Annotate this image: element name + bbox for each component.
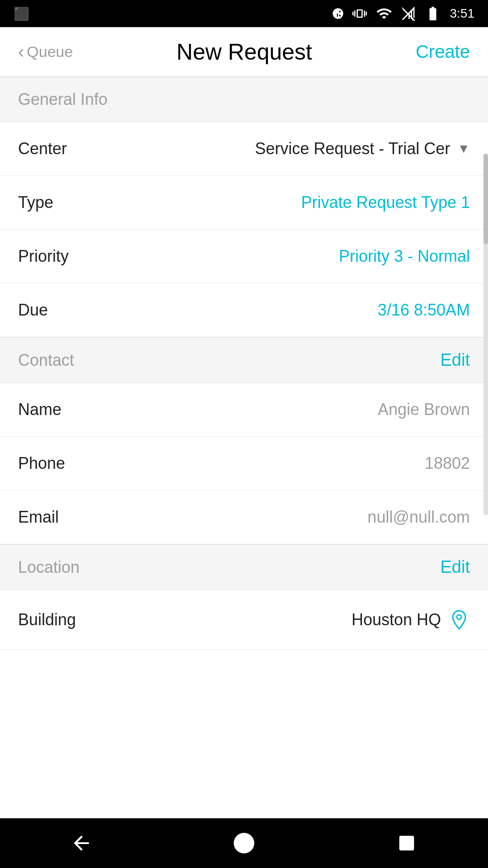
priority-label: Priority — [18, 247, 69, 266]
center-value: Service Request - Trial Cer ▼ — [255, 139, 470, 158]
android-back-button[interactable] — [63, 825, 99, 861]
location-edit-button[interactable]: Edit — [441, 557, 470, 577]
contact-label: Contact — [18, 351, 74, 370]
contact-section-header: Contact Edit — [0, 337, 488, 383]
location-pin-icon — [448, 607, 470, 632]
signal-icon — [401, 5, 416, 22]
vibrate-icon — [352, 5, 367, 22]
location-label: Location — [18, 558, 80, 577]
contact-edit-button[interactable]: Edit — [441, 350, 470, 370]
android-recent-button[interactable] — [389, 825, 425, 861]
due-value: 3/16 8:50AM — [378, 301, 470, 320]
building-value: Houston HQ — [352, 607, 470, 632]
status-bar: ⬛ 3:51 — [0, 0, 488, 27]
phone-label: Phone — [18, 454, 65, 473]
status-bar-right: 3:51 — [332, 5, 475, 22]
name-row: Name Angie Brown — [0, 383, 488, 437]
type-value: Private Request Type 1 — [301, 193, 470, 212]
location-section-header: Location Edit — [0, 544, 488, 590]
battery-icon — [424, 5, 442, 22]
content-area: General Info Center Service Request - Tr… — [0, 77, 488, 818]
back-arrow-icon: ‹ — [18, 42, 24, 62]
svg-point-1 — [235, 834, 253, 853]
priority-value: Priority 3 - Normal — [339, 247, 470, 266]
general-info-label: General Info — [18, 90, 108, 109]
name-value: Angie Brown — [378, 400, 470, 419]
back-label: Queue — [27, 43, 73, 61]
svg-rect-2 — [400, 836, 413, 849]
due-label: Due — [18, 301, 48, 320]
due-row[interactable]: Due 3/16 8:50AM — [0, 283, 488, 337]
type-row[interactable]: Type Private Request Type 1 — [0, 176, 488, 230]
back-button[interactable]: ‹ Queue — [18, 42, 73, 62]
android-home-button[interactable] — [226, 825, 262, 861]
wifi-icon — [375, 5, 393, 22]
photo-icon: ⬛ — [14, 6, 29, 21]
status-bar-left: ⬛ — [14, 6, 34, 21]
name-label: Name — [18, 400, 61, 419]
phone-row: Phone 18802 — [0, 437, 488, 491]
scrollbar-thumb[interactable] — [483, 154, 488, 244]
priority-row[interactable]: Priority Priority 3 - Normal — [0, 230, 488, 283]
general-info-section-header: General Info — [0, 77, 488, 122]
create-button[interactable]: Create — [416, 42, 470, 62]
email-label: Email — [18, 508, 59, 527]
building-row[interactable]: Building Houston HQ — [0, 590, 488, 650]
building-label: Building — [18, 610, 76, 629]
center-row[interactable]: Center Service Request - Trial Cer ▼ — [0, 122, 488, 176]
page-title: New Request — [177, 39, 312, 65]
status-time: 3:51 — [450, 6, 475, 21]
android-nav-bar — [0, 818, 488, 868]
bluetooth-icon — [332, 5, 344, 22]
dropdown-arrow-icon: ▼ — [457, 142, 470, 156]
scrollbar-track[interactable] — [483, 154, 488, 515]
nav-bar: ‹ Queue New Request Create — [0, 27, 488, 77]
center-label: Center — [18, 139, 67, 158]
email-value: null@null.com — [367, 508, 470, 527]
svg-point-0 — [457, 615, 461, 619]
type-label: Type — [18, 193, 53, 212]
email-row: Email null@null.com — [0, 491, 488, 544]
phone-value: 18802 — [425, 454, 470, 473]
